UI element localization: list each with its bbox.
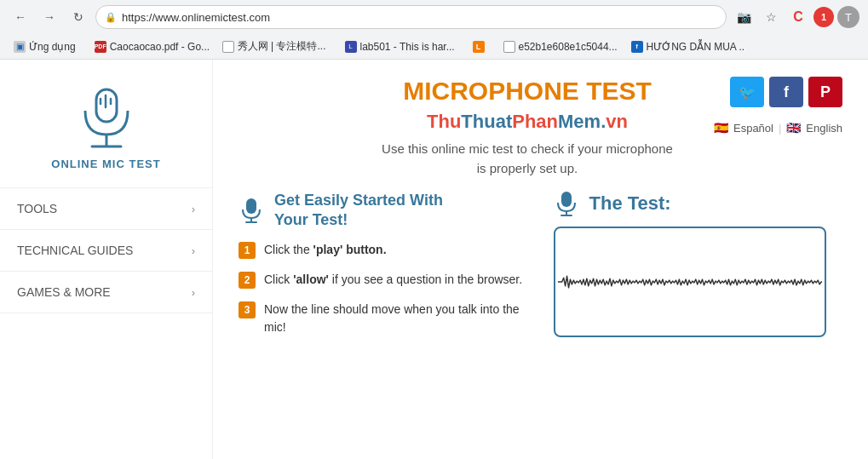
ext2-button[interactable]: 1 [813, 7, 834, 27]
brand-thu: Thu [427, 111, 461, 132]
bookmark-pdf[interactable]: PDF Caocaocao.pdf - Go... [89, 39, 209, 55]
brand-mem: Mem [558, 111, 601, 132]
pinterest-button[interactable]: P [808, 77, 842, 107]
site-brand: ThuThuatPhanMem.vn [341, 111, 714, 133]
step-2-number: 2 [239, 272, 256, 289]
left-section-header: Get Easily Started With Your Test! [239, 191, 528, 231]
page-subtitle: Use this online mic test to check if you… [378, 140, 676, 178]
sidebar-item-tools[interactable]: TOOLS › [0, 188, 212, 230]
spanish-flag-icon: 🇪🇸 [714, 121, 728, 135]
header-center: MICROPHONE TEST ThuThuatPhanMem.vn Use t… [341, 77, 714, 178]
step-2-text: Click 'allow' if you see a question in t… [264, 271, 522, 289]
left-column: Get Easily Started With Your Test! 1 Cli… [239, 191, 528, 348]
test-label: The Test: [589, 192, 671, 215]
mic-icon-right [554, 191, 579, 216]
facebook-button[interactable]: f [769, 77, 803, 107]
bookmark-e[interactable]: e52b1e608e1c5044... [498, 39, 618, 55]
pdf-icon: PDF [95, 41, 106, 53]
brand-thuat: Thuat [461, 111, 512, 132]
back-button[interactable]: ← [9, 5, 32, 29]
sidebar-item-technical-guides[interactable]: TECHNICAL GUIDES › [0, 230, 212, 272]
forward-button[interactable]: → [37, 5, 61, 29]
lock-icon: 🔒 [105, 12, 117, 23]
games-chevron-icon: › [192, 286, 195, 299]
bookmark-page1[interactable]: 秀人网 | 专注模特... [217, 37, 331, 55]
sidebar-technical-label: TECHNICAL GUIDES [17, 244, 133, 257]
bookmarks-bar: ▣ Ứng dụng PDF Caocaocao.pdf - Go... 秀人网… [0, 34, 868, 60]
svg-rect-9 [561, 192, 572, 207]
bookmark-pdf-label: Caocaocao.pdf - Go... [110, 41, 209, 53]
website: ONLINE MIC TEST TOOLS › TECHNICAL GUIDES… [0, 60, 868, 459]
browser-toolbar: ← → ↻ 🔒 https://www.onlinemictest.com 📷 … [0, 0, 868, 34]
social-buttons: 🐦 f P [730, 77, 842, 107]
sidebar: ONLINE MIC TEST TOOLS › TECHNICAL GUIDES… [0, 60, 213, 459]
browser-actions: 📷 ☆ C 1 T [732, 5, 859, 29]
reload-button[interactable]: ↻ [66, 5, 90, 29]
main-content: MICROPHONE TEST ThuThuatPhanMem.vn Use t… [213, 60, 868, 459]
right-column: The Test: [554, 191, 843, 348]
page1-icon [222, 41, 234, 53]
english-link[interactable]: English [806, 122, 842, 135]
bookmark-apps[interactable]: ▣ Ứng dụng [9, 39, 81, 55]
step-1-number: 1 [239, 242, 256, 259]
bookmark-e-label: e52b1e608e1c5044... [519, 41, 618, 53]
sidebar-logo: ONLINE MIC TEST [0, 77, 212, 187]
bookmark-huong[interactable]: f HƯỚNG DẪN MUA ... [626, 39, 745, 55]
mic-icon-left [239, 198, 264, 223]
step-3-text: Now the line should move when you talk i… [264, 301, 528, 336]
twitter-button[interactable]: 🐦 [730, 77, 764, 107]
star-button[interactable]: ☆ [759, 5, 783, 29]
step-3-number: 3 [239, 301, 256, 318]
sidebar-tools-label: TOOLS [17, 202, 57, 215]
technical-chevron-icon: › [192, 244, 195, 257]
browser-chrome: ← → ↻ 🔒 https://www.onlinemictest.com 📷 … [0, 0, 868, 60]
english-flag-icon: 🇬🇧 [786, 121, 801, 135]
sidebar-games-label: GAMES & MORE [17, 285, 111, 299]
logo-text: ONLINE MIC TEST [51, 158, 160, 170]
bookmark-huong-label: HƯỚNG DẪN MUA ... [647, 41, 745, 53]
bookmark-apps-label: Ứng dụng [29, 41, 76, 53]
svg-rect-6 [246, 198, 256, 214]
two-column-layout: Get Easily Started With Your Test! 1 Cli… [239, 191, 842, 348]
left-section-title: Get Easily Started With Your Test! [274, 191, 443, 231]
steps-list: 1 Click the 'play' button. 2 Click 'allo… [239, 241, 528, 336]
huong-icon: f [631, 41, 643, 53]
waveform-svg [555, 228, 825, 336]
waveform-display [554, 227, 826, 337]
logo-graphic [64, 85, 149, 153]
section-title-line1: Get Easily Started With [274, 191, 443, 210]
brand-vn: vn [606, 111, 628, 132]
bookmark-lab-label: lab501 - This is har... [360, 41, 455, 53]
content-header: MICROPHONE TEST ThuThuatPhanMem.vn Use t… [239, 77, 842, 178]
l-icon: L [473, 41, 485, 53]
lab-icon: L [345, 41, 357, 53]
step-1-text: Click the 'play' button. [264, 241, 387, 259]
spanish-link[interactable]: Español [733, 122, 773, 135]
bookmark-lab[interactable]: L lab501 - This is har... [340, 39, 459, 55]
section-title-line2: Your Test! [274, 210, 443, 230]
apps-icon: ▣ [14, 41, 26, 53]
step-1: 1 Click the 'play' button. [239, 241, 528, 259]
camera-button[interactable]: 📷 [732, 5, 756, 29]
e-icon [503, 41, 515, 53]
url-text: https://www.onlinemictest.com [122, 11, 270, 24]
brand-phan: Phan [512, 111, 558, 132]
tools-chevron-icon: › [192, 203, 195, 215]
sidebar-item-games[interactable]: GAMES & MORE › [0, 272, 212, 313]
right-section-header: The Test: [554, 191, 843, 216]
page-title: MICROPHONE TEST [341, 77, 714, 106]
bookmark-page1-label: 秀人网 | 专注模特... [238, 39, 326, 54]
extension-button[interactable]: C [786, 5, 810, 29]
step-3: 3 Now the line should move when you talk… [239, 301, 528, 336]
address-bar[interactable]: 🔒 https://www.onlinemictest.com [95, 5, 727, 29]
step-2: 2 Click 'allow' if you see a question in… [239, 271, 528, 289]
profile-button[interactable]: T [837, 6, 859, 28]
lang-separator: | [779, 122, 781, 135]
language-bar: 🇪🇸 Español | 🇬🇧 English [714, 121, 842, 135]
bookmark-l[interactable]: L [468, 39, 490, 55]
